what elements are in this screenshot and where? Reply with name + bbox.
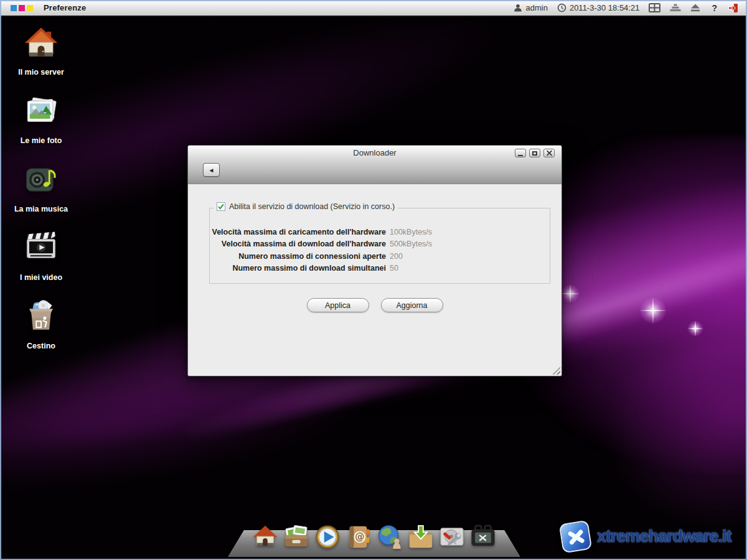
- setting-value: 200: [390, 252, 403, 261]
- logo-square-yellow: [27, 5, 33, 11]
- clock-display: 2011-3-30 18:54:21: [557, 3, 640, 12]
- photos-icon: [13, 93, 69, 129]
- enable-service-label: Abilita il servizio di download (Servizi…: [229, 202, 395, 211]
- setting-row: Velocità massima di download dell'hardwa…: [210, 238, 550, 251]
- dock-utilities-icon[interactable]: [439, 524, 465, 550]
- desktop-icon-label: Cestino: [13, 342, 69, 350]
- desktop-icon-photos[interactable]: Le mie foto: [13, 93, 69, 145]
- setting-row: Numero massimo di connessioni aperte 200: [210, 250, 550, 263]
- music-icon: [13, 162, 69, 198]
- setting-row: Numero massimo di download simultanei 50: [210, 263, 550, 275]
- desktop-icon-label: La mia musica: [13, 205, 69, 213]
- enable-service-checkbox[interactable]: [217, 202, 225, 211]
- dock-contacts-icon[interactable]: @: [345, 524, 372, 550]
- back-button[interactable]: ◄: [203, 163, 220, 177]
- apply-button[interactable]: Applica: [307, 298, 369, 312]
- logo-square-blue: [11, 5, 17, 11]
- top-menu-bar: Preferenze admin 2011-3-30 18:54:21 ?: [0, 0, 747, 17]
- dock-toolbox-icon[interactable]: [470, 524, 496, 550]
- logo-square-magenta: [19, 5, 25, 11]
- show-desktop-icon[interactable]: [670, 4, 681, 12]
- setting-value: 50: [390, 264, 398, 273]
- desktop-icon-video[interactable]: I miei video: [13, 230, 69, 282]
- minimize-button[interactable]: [515, 149, 526, 157]
- setting-label: Numero massimo di connessioni aperte: [210, 252, 386, 261]
- maximize-button[interactable]: [529, 149, 540, 157]
- setting-value: 100kBytes/s: [390, 228, 432, 236]
- desktop-icon-label: Il mio server: [13, 68, 69, 77]
- trash-icon: [13, 299, 69, 335]
- desktop-icon-label: Le mie foto: [13, 136, 69, 145]
- xtremehardware-watermark: xtremehardware.it: [561, 522, 731, 551]
- brand-logo: [11, 5, 33, 11]
- back-arrow-icon: ◄: [209, 167, 215, 174]
- home-icon: [13, 25, 69, 61]
- desktop-icon-music[interactable]: La mia musica: [13, 162, 69, 213]
- sparkle: [639, 297, 667, 324]
- close-button[interactable]: [543, 149, 555, 157]
- setting-row: Velocità massima di caricamento dell'har…: [210, 226, 550, 238]
- eject-icon[interactable]: [690, 4, 700, 12]
- minimize-icon: [518, 155, 523, 156]
- download-settings-group: Abilita il servizio di download (Servizi…: [209, 208, 550, 284]
- window-title: Downloader: [188, 148, 561, 157]
- setting-label: Velocità massima di caricamento dell'har…: [210, 228, 386, 236]
- clock-icon: [557, 3, 566, 12]
- dock-downloads-icon[interactable]: [408, 524, 434, 550]
- wallpaper-beam: [585, 292, 747, 560]
- sparkle: [561, 284, 580, 303]
- svg-text:@: @: [355, 531, 364, 543]
- dock-web-icon[interactable]: [377, 524, 403, 550]
- username-label: admin: [525, 3, 547, 12]
- dock-media-player-icon[interactable]: [314, 524, 341, 550]
- user-menu[interactable]: admin: [514, 3, 547, 12]
- maximize-icon: [532, 151, 537, 156]
- watermark-text: xtremehardware.it: [597, 527, 731, 546]
- desktop-icon-trash[interactable]: Cestino: [13, 299, 69, 350]
- desktop-icon-label: I miei video: [13, 273, 69, 282]
- dock-photos-icon[interactable]: [283, 524, 309, 550]
- dock-home-icon[interactable]: [252, 524, 278, 550]
- desktop-icon-server[interactable]: Il mio server: [13, 25, 69, 77]
- setting-label: Velocità massima di download dell'hardwa…: [210, 240, 386, 248]
- page-title: Preferenze: [44, 3, 86, 12]
- downloader-window: Downloader ◄ Abilita il servizio di down…: [187, 145, 562, 376]
- window-titlebar[interactable]: Downloader ◄: [188, 146, 561, 184]
- dock: @: [228, 530, 520, 557]
- windows-grid-icon[interactable]: [649, 3, 660, 12]
- setting-value: 500kBytes/s: [390, 240, 432, 248]
- resize-grip[interactable]: [552, 366, 560, 375]
- close-icon: [547, 151, 552, 156]
- xtremehardware-logo-icon: [559, 520, 593, 554]
- sparkle: [687, 320, 703, 337]
- help-button[interactable]: ?: [710, 3, 719, 13]
- setting-label: Numero massimo di download simultanei: [210, 264, 386, 273]
- logout-icon[interactable]: [728, 3, 739, 13]
- refresh-button[interactable]: Aggiorna: [381, 298, 443, 312]
- datetime-label: 2011-3-30 18:54:21: [570, 3, 640, 12]
- user-icon: [514, 4, 522, 12]
- video-icon: [13, 230, 69, 266]
